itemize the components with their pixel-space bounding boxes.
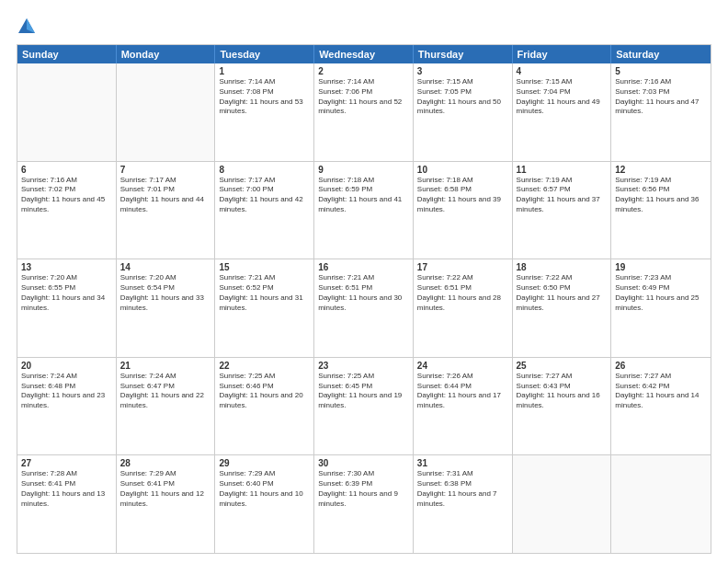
cell-info: Sunrise: 7:29 AMSunset: 6:41 PMDaylight:…	[120, 469, 211, 509]
day-number: 1	[219, 66, 310, 76]
cell-info: Sunrise: 7:21 AMSunset: 6:51 PMDaylight:…	[318, 273, 409, 313]
cal-cell-5: 5Sunrise: 7:16 AMSunset: 7:03 PMDaylight…	[611, 63, 711, 161]
cal-cell-29: 29Sunrise: 7:29 AMSunset: 6:40 PMDayligh…	[215, 455, 314, 553]
cal-cell-4: 4Sunrise: 7:15 AMSunset: 7:04 PMDaylight…	[513, 63, 612, 161]
cell-info: Sunrise: 7:21 AMSunset: 6:52 PMDaylight:…	[219, 273, 310, 313]
cal-cell-1: 1Sunrise: 7:14 AMSunset: 7:08 PMDaylight…	[215, 63, 314, 161]
cell-info: Sunrise: 7:18 AMSunset: 6:59 PMDaylight:…	[318, 176, 409, 215]
cal-cell-28: 28Sunrise: 7:29 AMSunset: 6:41 PMDayligh…	[117, 455, 216, 553]
day-number: 17	[417, 262, 508, 272]
day-number: 14	[120, 262, 211, 272]
day-number: 29	[219, 458, 310, 468]
header-day-friday: Friday	[513, 45, 612, 63]
cal-cell-6: 6Sunrise: 7:16 AMSunset: 7:02 PMDaylight…	[17, 162, 117, 259]
cell-info: Sunrise: 7:20 AMSunset: 6:55 PMDaylight:…	[21, 273, 112, 313]
cell-info: Sunrise: 7:22 AMSunset: 6:51 PMDaylight:…	[417, 273, 508, 313]
cal-cell-7: 7Sunrise: 7:17 AMSunset: 7:01 PMDaylight…	[117, 162, 216, 259]
cell-info: Sunrise: 7:16 AMSunset: 7:03 PMDaylight:…	[615, 77, 707, 117]
cell-info: Sunrise: 7:15 AMSunset: 7:05 PMDaylight:…	[417, 77, 508, 117]
cal-row-3: 13Sunrise: 7:20 AMSunset: 6:55 PMDayligh…	[17, 259, 711, 358]
header-day-tuesday: Tuesday	[215, 45, 314, 63]
header-day-thursday: Thursday	[414, 45, 513, 63]
cell-info: Sunrise: 7:24 AMSunset: 6:47 PMDaylight:…	[120, 372, 211, 411]
cell-info: Sunrise: 7:16 AMSunset: 7:02 PMDaylight:…	[21, 176, 112, 215]
cal-cell-16: 16Sunrise: 7:21 AMSunset: 6:51 PMDayligh…	[314, 259, 414, 357]
logo	[17, 17, 40, 37]
cell-info: Sunrise: 7:28 AMSunset: 6:41 PMDaylight:…	[21, 469, 112, 509]
cal-cell-19: 19Sunrise: 7:23 AMSunset: 6:49 PMDayligh…	[611, 259, 711, 357]
cal-cell-empty	[513, 455, 612, 553]
cal-cell-22: 22Sunrise: 7:25 AMSunset: 6:46 PMDayligh…	[215, 358, 314, 455]
cell-info: Sunrise: 7:30 AMSunset: 6:39 PMDaylight:…	[318, 469, 409, 509]
cell-info: Sunrise: 7:22 AMSunset: 6:50 PMDaylight:…	[517, 273, 608, 313]
calendar-header: SundayMondayTuesdayWednesdayThursdayFrid…	[17, 45, 711, 63]
cal-cell-25: 25Sunrise: 7:27 AMSunset: 6:43 PMDayligh…	[513, 358, 612, 455]
day-number: 9	[318, 165, 409, 175]
cell-info: Sunrise: 7:26 AMSunset: 6:44 PMDaylight:…	[417, 372, 508, 411]
logo-icon	[17, 17, 37, 37]
day-number: 7	[120, 165, 211, 175]
cal-cell-12: 12Sunrise: 7:19 AMSunset: 6:56 PMDayligh…	[611, 162, 711, 259]
day-number: 28	[120, 458, 211, 468]
cal-cell-empty	[17, 63, 117, 161]
cal-cell-13: 13Sunrise: 7:20 AMSunset: 6:55 PMDayligh…	[17, 259, 117, 357]
cal-cell-15: 15Sunrise: 7:21 AMSunset: 6:52 PMDayligh…	[215, 259, 314, 357]
header	[17, 17, 711, 37]
cal-row-5: 27Sunrise: 7:28 AMSunset: 6:41 PMDayligh…	[17, 455, 711, 553]
cell-info: Sunrise: 7:15 AMSunset: 7:04 PMDaylight:…	[517, 77, 608, 117]
cal-cell-9: 9Sunrise: 7:18 AMSunset: 6:59 PMDaylight…	[314, 162, 414, 259]
cell-info: Sunrise: 7:25 AMSunset: 6:45 PMDaylight:…	[318, 372, 409, 411]
cell-info: Sunrise: 7:23 AMSunset: 6:49 PMDaylight:…	[615, 273, 707, 313]
cal-cell-21: 21Sunrise: 7:24 AMSunset: 6:47 PMDayligh…	[117, 358, 216, 455]
cal-cell-empty	[611, 455, 711, 553]
day-number: 13	[21, 262, 112, 272]
day-number: 2	[318, 66, 409, 76]
cell-info: Sunrise: 7:27 AMSunset: 6:43 PMDaylight:…	[517, 372, 608, 411]
cal-cell-3: 3Sunrise: 7:15 AMSunset: 7:05 PMDaylight…	[414, 63, 513, 161]
page: SundayMondayTuesdayWednesdayThursdayFrid…	[0, 0, 728, 563]
calendar-body: 1Sunrise: 7:14 AMSunset: 7:08 PMDaylight…	[17, 63, 711, 553]
day-number: 19	[615, 262, 707, 272]
day-number: 26	[615, 361, 707, 371]
cell-info: Sunrise: 7:14 AMSunset: 7:08 PMDaylight:…	[219, 77, 310, 117]
cell-info: Sunrise: 7:17 AMSunset: 7:01 PMDaylight:…	[120, 176, 211, 215]
cal-cell-27: 27Sunrise: 7:28 AMSunset: 6:41 PMDayligh…	[17, 455, 117, 553]
cal-cell-2: 2Sunrise: 7:14 AMSunset: 7:06 PMDaylight…	[314, 63, 414, 161]
day-number: 8	[219, 165, 310, 175]
day-number: 27	[21, 458, 112, 468]
cal-row-2: 6Sunrise: 7:16 AMSunset: 7:02 PMDaylight…	[17, 162, 711, 260]
cal-cell-31: 31Sunrise: 7:31 AMSunset: 6:38 PMDayligh…	[414, 455, 513, 553]
day-number: 21	[120, 361, 211, 371]
day-number: 10	[417, 165, 508, 175]
cell-info: Sunrise: 7:24 AMSunset: 6:48 PMDaylight:…	[21, 372, 112, 411]
cal-cell-23: 23Sunrise: 7:25 AMSunset: 6:45 PMDayligh…	[314, 358, 414, 455]
cal-cell-8: 8Sunrise: 7:17 AMSunset: 7:00 PMDaylight…	[215, 162, 314, 259]
header-day-saturday: Saturday	[611, 45, 711, 63]
header-day-monday: Monday	[117, 45, 216, 63]
cal-row-4: 20Sunrise: 7:24 AMSunset: 6:48 PMDayligh…	[17, 358, 711, 456]
cell-info: Sunrise: 7:29 AMSunset: 6:40 PMDaylight:…	[219, 469, 310, 509]
cal-cell-17: 17Sunrise: 7:22 AMSunset: 6:51 PMDayligh…	[414, 259, 513, 357]
day-number: 6	[21, 165, 112, 175]
cell-info: Sunrise: 7:20 AMSunset: 6:54 PMDaylight:…	[120, 273, 211, 313]
day-number: 30	[318, 458, 409, 468]
header-day-sunday: Sunday	[17, 45, 117, 63]
cell-info: Sunrise: 7:19 AMSunset: 6:57 PMDaylight:…	[517, 176, 608, 215]
day-number: 31	[417, 458, 508, 468]
cal-cell-11: 11Sunrise: 7:19 AMSunset: 6:57 PMDayligh…	[513, 162, 612, 259]
cell-info: Sunrise: 7:31 AMSunset: 6:38 PMDaylight:…	[417, 469, 508, 509]
cell-info: Sunrise: 7:27 AMSunset: 6:42 PMDaylight:…	[615, 372, 707, 411]
cal-cell-24: 24Sunrise: 7:26 AMSunset: 6:44 PMDayligh…	[414, 358, 513, 455]
day-number: 25	[517, 361, 608, 371]
cal-row-1: 1Sunrise: 7:14 AMSunset: 7:08 PMDaylight…	[17, 63, 711, 162]
cal-cell-30: 30Sunrise: 7:30 AMSunset: 6:39 PMDayligh…	[314, 455, 414, 553]
cal-cell-empty	[117, 63, 216, 161]
day-number: 15	[219, 262, 310, 272]
day-number: 24	[417, 361, 508, 371]
cal-cell-26: 26Sunrise: 7:27 AMSunset: 6:42 PMDayligh…	[611, 358, 711, 455]
day-number: 12	[615, 165, 707, 175]
cell-info: Sunrise: 7:19 AMSunset: 6:56 PMDaylight:…	[615, 176, 707, 215]
cal-cell-18: 18Sunrise: 7:22 AMSunset: 6:50 PMDayligh…	[513, 259, 612, 357]
day-number: 3	[417, 66, 508, 76]
header-day-wednesday: Wednesday	[314, 45, 414, 63]
